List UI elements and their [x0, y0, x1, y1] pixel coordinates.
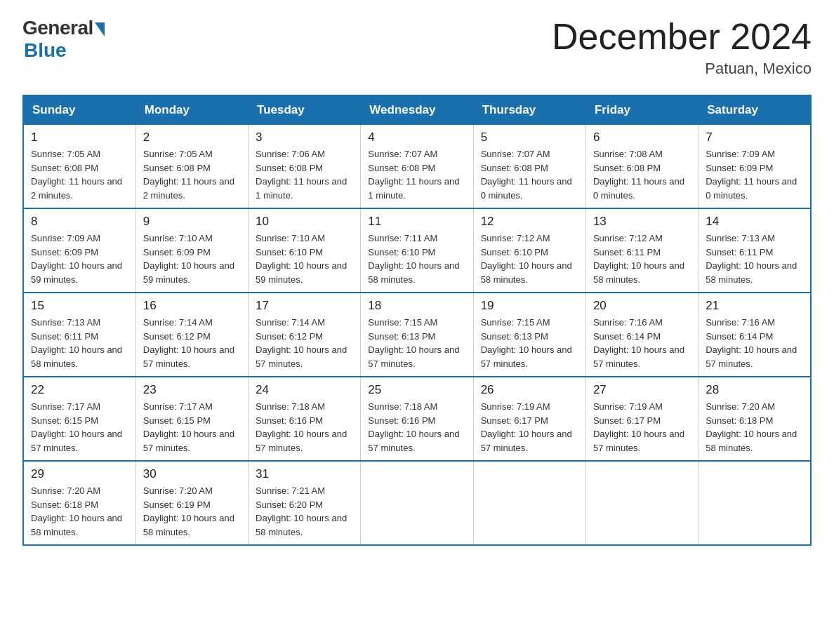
calendar-cell: 9 Sunrise: 7:10 AM Sunset: 6:09 PM Dayli… — [135, 208, 248, 293]
sunrise-label: Sunrise: 7:20 AM — [706, 401, 775, 412]
daylight-label: Daylight: 10 hours and 57 minutes. — [256, 429, 347, 453]
sunrise-label: Sunrise: 7:20 AM — [143, 485, 213, 496]
calendar-table: SundayMondayTuesdayWednesdayThursdayFrid… — [22, 95, 812, 546]
sunset-label: Sunset: 6:10 PM — [256, 247, 323, 257]
sunrise-label: Sunrise: 7:05 AM — [31, 149, 100, 159]
sunrise-label: Sunrise: 7:07 AM — [368, 149, 437, 159]
calendar-cell: 16 Sunrise: 7:14 AM Sunset: 6:12 PM Dayl… — [135, 293, 248, 377]
daylight-label: Daylight: 10 hours and 59 minutes. — [143, 260, 234, 285]
day-number: 16 — [143, 299, 241, 313]
day-number: 4 — [368, 130, 465, 145]
day-info: Sunrise: 7:05 AM Sunset: 6:08 PM Dayligh… — [143, 147, 241, 202]
day-number: 24 — [256, 383, 353, 397]
calendar-cell: 13 Sunrise: 7:12 AM Sunset: 6:11 PM Dayl… — [585, 208, 698, 293]
day-number: 20 — [593, 299, 691, 313]
sunset-label: Sunset: 6:16 PM — [368, 415, 435, 426]
day-info: Sunrise: 7:12 AM Sunset: 6:10 PM Dayligh… — [481, 232, 578, 286]
day-info: Sunrise: 7:05 AM Sunset: 6:08 PM Dayligh… — [31, 147, 128, 202]
calendar-cell: 14 Sunrise: 7:13 AM Sunset: 6:11 PM Dayl… — [699, 208, 811, 293]
calendar-cell: 4 Sunrise: 7:07 AM Sunset: 6:08 PM Dayli… — [361, 125, 473, 209]
day-number: 30 — [143, 467, 241, 481]
daylight-label: Daylight: 10 hours and 58 minutes. — [481, 260, 572, 285]
day-info: Sunrise: 7:13 AM Sunset: 6:11 PM Dayligh… — [31, 316, 128, 370]
day-number: 15 — [31, 299, 128, 313]
daylight-label: Daylight: 10 hours and 58 minutes. — [256, 513, 347, 537]
sunset-label: Sunset: 6:08 PM — [256, 163, 323, 173]
sunrise-label: Sunrise: 7:11 AM — [368, 233, 437, 243]
day-number: 17 — [256, 299, 353, 313]
sunrise-label: Sunrise: 7:12 AM — [593, 233, 663, 243]
calendar-cell: 17 Sunrise: 7:14 AM Sunset: 6:12 PM Dayl… — [249, 293, 361, 377]
daylight-label: Daylight: 10 hours and 58 minutes. — [706, 260, 797, 285]
month-title: December 2024 — [552, 17, 812, 57]
day-info: Sunrise: 7:15 AM Sunset: 6:13 PM Dayligh… — [368, 316, 465, 370]
calendar-cell: 6 Sunrise: 7:08 AM Sunset: 6:08 PM Dayli… — [585, 125, 698, 209]
sunset-label: Sunset: 6:13 PM — [481, 331, 548, 342]
sunset-label: Sunset: 6:08 PM — [143, 163, 211, 173]
logo: General Blue — [22, 17, 105, 62]
calendar-header-friday: Friday — [585, 95, 698, 125]
day-info: Sunrise: 7:09 AM Sunset: 6:09 PM Dayligh… — [706, 147, 803, 202]
day-info: Sunrise: 7:06 AM Sunset: 6:08 PM Dayligh… — [256, 147, 353, 202]
day-number: 12 — [481, 215, 578, 229]
sunrise-label: Sunrise: 7:09 AM — [706, 149, 775, 159]
day-info: Sunrise: 7:14 AM Sunset: 6:12 PM Dayligh… — [143, 316, 241, 370]
calendar-cell: 19 Sunrise: 7:15 AM Sunset: 6:13 PM Dayl… — [473, 293, 585, 377]
calendar-cell: 31 Sunrise: 7:21 AM Sunset: 6:20 PM Dayl… — [249, 461, 361, 545]
daylight-label: Daylight: 10 hours and 57 minutes. — [593, 344, 684, 369]
daylight-label: Daylight: 10 hours and 58 minutes. — [706, 429, 797, 453]
day-info: Sunrise: 7:10 AM Sunset: 6:09 PM Dayligh… — [143, 232, 241, 286]
daylight-label: Daylight: 10 hours and 57 minutes. — [593, 429, 684, 453]
sunset-label: Sunset: 6:08 PM — [481, 163, 548, 173]
sunrise-label: Sunrise: 7:13 AM — [706, 233, 775, 243]
day-info: Sunrise: 7:08 AM Sunset: 6:08 PM Dayligh… — [593, 147, 691, 202]
sunrise-label: Sunrise: 7:19 AM — [481, 401, 550, 412]
day-info: Sunrise: 7:19 AM Sunset: 6:17 PM Dayligh… — [593, 400, 691, 455]
sunset-label: Sunset: 6:08 PM — [368, 163, 435, 173]
calendar-cell: 18 Sunrise: 7:15 AM Sunset: 6:13 PM Dayl… — [361, 293, 473, 377]
sunset-label: Sunset: 6:16 PM — [256, 415, 323, 426]
calendar-cell: 22 Sunrise: 7:17 AM Sunset: 6:15 PM Dayl… — [23, 377, 135, 461]
calendar-cell: 23 Sunrise: 7:17 AM Sunset: 6:15 PM Dayl… — [135, 377, 248, 461]
logo-blue-text: Blue — [24, 39, 67, 62]
daylight-label: Daylight: 11 hours and 2 minutes. — [31, 176, 122, 201]
day-number: 25 — [368, 383, 465, 397]
day-info: Sunrise: 7:21 AM Sunset: 6:20 PM Dayligh… — [256, 484, 353, 539]
day-number: 18 — [368, 299, 465, 313]
sunrise-label: Sunrise: 7:14 AM — [256, 317, 325, 328]
day-info: Sunrise: 7:07 AM Sunset: 6:08 PM Dayligh… — [368, 147, 465, 202]
sunset-label: Sunset: 6:11 PM — [706, 247, 773, 257]
daylight-label: Daylight: 10 hours and 57 minutes. — [368, 344, 459, 369]
day-info: Sunrise: 7:11 AM Sunset: 6:10 PM Dayligh… — [368, 232, 465, 286]
day-number: 6 — [593, 130, 691, 145]
calendar-cell: 21 Sunrise: 7:16 AM Sunset: 6:14 PM Dayl… — [699, 293, 811, 377]
calendar-cell: 7 Sunrise: 7:09 AM Sunset: 6:09 PM Dayli… — [699, 125, 811, 209]
day-info: Sunrise: 7:17 AM Sunset: 6:15 PM Dayligh… — [143, 400, 241, 455]
calendar-cell: 24 Sunrise: 7:18 AM Sunset: 6:16 PM Dayl… — [249, 377, 361, 461]
calendar-week-row: 15 Sunrise: 7:13 AM Sunset: 6:11 PM Dayl… — [23, 293, 811, 377]
sunset-label: Sunset: 6:17 PM — [481, 415, 548, 426]
sunset-label: Sunset: 6:11 PM — [593, 247, 661, 257]
daylight-label: Daylight: 10 hours and 57 minutes. — [481, 344, 572, 369]
calendar-cell: 26 Sunrise: 7:19 AM Sunset: 6:17 PM Dayl… — [473, 377, 585, 461]
calendar-header-tuesday: Tuesday — [249, 95, 361, 125]
sunrise-label: Sunrise: 7:06 AM — [256, 149, 325, 159]
day-number: 1 — [31, 130, 128, 145]
day-number: 27 — [593, 383, 691, 397]
day-number: 26 — [481, 383, 578, 397]
sunset-label: Sunset: 6:17 PM — [593, 415, 661, 426]
daylight-label: Daylight: 10 hours and 59 minutes. — [256, 260, 347, 285]
calendar-week-row: 8 Sunrise: 7:09 AM Sunset: 6:09 PM Dayli… — [23, 208, 811, 293]
day-number: 19 — [481, 299, 578, 313]
day-info: Sunrise: 7:18 AM Sunset: 6:16 PM Dayligh… — [368, 400, 465, 455]
calendar-cell — [473, 461, 585, 545]
calendar-cell: 5 Sunrise: 7:07 AM Sunset: 6:08 PM Dayli… — [473, 125, 585, 209]
sunrise-label: Sunrise: 7:18 AM — [368, 401, 437, 412]
sunset-label: Sunset: 6:10 PM — [481, 247, 548, 257]
day-number: 9 — [143, 215, 241, 229]
day-number: 2 — [143, 130, 241, 145]
daylight-label: Daylight: 11 hours and 0 minutes. — [481, 176, 572, 201]
sunset-label: Sunset: 6:20 PM — [256, 499, 323, 510]
calendar-header-thursday: Thursday — [473, 95, 585, 125]
day-info: Sunrise: 7:07 AM Sunset: 6:08 PM Dayligh… — [481, 147, 578, 202]
